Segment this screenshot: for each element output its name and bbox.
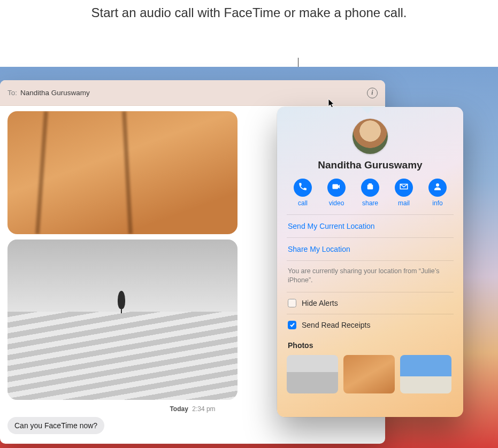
video-button[interactable]: video bbox=[321, 179, 351, 207]
video-label: video bbox=[329, 199, 344, 207]
read-receipts-label: Send Read Receipts bbox=[302, 321, 370, 329]
video-icon bbox=[332, 182, 341, 194]
call-button[interactable]: call bbox=[288, 179, 318, 207]
hide-alerts-checkbox[interactable] bbox=[288, 299, 296, 307]
mail-icon bbox=[399, 182, 409, 194]
svg-rect-0 bbox=[367, 184, 373, 189]
svg-point-2 bbox=[436, 183, 439, 187]
info-label: info bbox=[432, 199, 442, 207]
received-message-bubble[interactable]: Can you FaceTime now? bbox=[7, 417, 104, 434]
conversation-header: To: Nanditha Guruswamy i bbox=[0, 80, 385, 106]
action-row: call video share mail info bbox=[287, 179, 454, 215]
share-button[interactable]: share bbox=[355, 179, 385, 207]
share-icon bbox=[365, 182, 375, 194]
recipient-name[interactable]: Nanditha Guruswamy bbox=[20, 89, 90, 97]
photos-header: Photos bbox=[288, 341, 454, 350]
annotation-text: Start an audio call with FaceTime or mak… bbox=[0, 4, 498, 21]
call-label: call bbox=[298, 199, 308, 207]
person-icon bbox=[433, 182, 442, 194]
details-popover: Nanditha Guruswamy call video share mail bbox=[277, 107, 463, 417]
photo-thumbnail-2[interactable] bbox=[343, 355, 395, 393]
hide-alerts-row[interactable]: Hide Alerts bbox=[287, 292, 454, 314]
photo-thumbnail-1[interactable] bbox=[287, 355, 338, 393]
photos-row bbox=[287, 355, 454, 393]
read-receipts-checkbox[interactable] bbox=[288, 321, 296, 329]
svg-rect-1 bbox=[369, 183, 372, 185]
received-image-2[interactable] bbox=[7, 240, 237, 400]
share-label: share bbox=[362, 199, 378, 207]
to-label: To: bbox=[7, 89, 17, 97]
contact-name: Nanditha Guruswamy bbox=[287, 159, 454, 171]
mail-label: mail bbox=[398, 199, 410, 207]
photo-thumbnail-3[interactable] bbox=[400, 355, 451, 393]
contact-avatar[interactable] bbox=[353, 119, 388, 154]
details-button[interactable]: i bbox=[367, 88, 378, 98]
info-action-button[interactable]: info bbox=[423, 179, 453, 207]
share-my-location-link[interactable]: Share My Location bbox=[287, 238, 454, 261]
hide-alerts-label: Hide Alerts bbox=[302, 299, 338, 307]
location-sharing-note: You are currently sharing your location … bbox=[287, 261, 454, 292]
timestamp-day: Today bbox=[170, 405, 188, 413]
mail-button[interactable]: mail bbox=[389, 179, 419, 207]
info-icon: i bbox=[371, 89, 373, 97]
phone-icon bbox=[298, 182, 308, 194]
timestamp-time: 2:34 pm bbox=[192, 405, 215, 413]
received-image-1[interactable] bbox=[7, 111, 237, 234]
send-current-location-link[interactable]: Send My Current Location bbox=[287, 215, 454, 238]
read-receipts-row[interactable]: Send Read Receipts bbox=[287, 314, 454, 338]
